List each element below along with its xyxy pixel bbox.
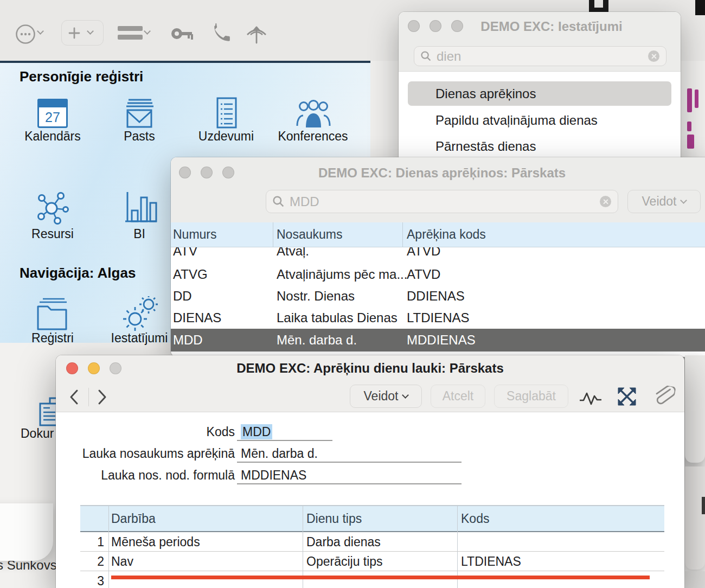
browse-table-rows: ATVAtvaļ.ATVD ATVGAtvaļinājums pēc ma...… — [171, 239, 705, 357]
save-button-label: Saglabāt — [507, 389, 556, 404]
grid-column-dienu-tips[interactable]: Dienu tips — [306, 512, 362, 526]
main-nav-top-border — [0, 61, 370, 63]
field-label-lauka-nos-formula: Lauka nos. nod. formulā — [67, 468, 235, 483]
column-divider[interactable] — [273, 222, 273, 247]
field-underline — [237, 462, 462, 463]
view-options-chevron-icon[interactable] — [145, 31, 150, 34]
screen: Personīgie reģistri 27 Kalendārs Pasts U… — [0, 0, 705, 588]
section-title-navigacija-algas: Navigācija: Algas — [20, 265, 136, 282]
network-icon[interactable] — [35, 191, 70, 226]
background-dark-fragment — [695, 0, 705, 15]
nav-item-uzdevumi[interactable]: Uzdevumi — [183, 129, 270, 144]
record-grid: Darbība Dienu tips Kods 1 Mēneša periods… — [80, 505, 664, 588]
save-button[interactable]: Saglabāt — [494, 385, 568, 408]
more-options-icon[interactable] — [15, 24, 36, 44]
record-create-button[interactable]: Veidot — [350, 385, 422, 408]
cancel-button[interactable]: Atcelt — [431, 385, 485, 408]
gears-icon[interactable] — [121, 296, 158, 331]
browse-table-header: Numurs Nosaukums Aprēķina kods — [171, 222, 705, 247]
row-number: 2 — [80, 552, 104, 571]
column-divider[interactable] — [402, 222, 403, 247]
expand-icon[interactable] — [617, 387, 637, 406]
paperclip-icon[interactable] — [652, 385, 674, 409]
add-chevron-icon — [88, 31, 93, 34]
column-header-numurs[interactable]: Numurs — [173, 227, 217, 242]
more-options-chevron-icon[interactable] — [38, 31, 43, 34]
forward-button[interactable] — [96, 389, 108, 405]
mail-icon[interactable] — [122, 98, 157, 129]
cancel-button-label: Atcelt — [443, 389, 474, 404]
record-window-title: DEMO EXC: Aprēķinu dienu lauki: Pārskats — [56, 361, 684, 376]
background-glyph-fragment — [589, 0, 611, 13]
browse-window-title: DEMO EXC: Dienas aprēķinos: Pārskats — [171, 165, 705, 181]
settings-list-item-label[interactable]: Papildu atvaļinājuma dienas — [435, 113, 598, 128]
add-button[interactable] — [61, 20, 104, 46]
clear-search-icon[interactable] — [600, 196, 611, 207]
row-number: 1 — [80, 532, 104, 552]
phone-icon[interactable] — [211, 23, 230, 44]
activity-icon[interactable] — [578, 389, 603, 407]
bar-chart-icon[interactable] — [123, 191, 159, 226]
magenta-fragment — [695, 90, 698, 108]
field-value-lauka-nosaukums[interactable]: Mēn. darba d. — [241, 446, 318, 461]
magenta-fragment — [687, 135, 694, 149]
grid-header: Darbība Dienu tips Kods — [80, 506, 664, 532]
nav-item-konferences[interactable]: Konferences — [270, 129, 356, 144]
row-number: 3 — [80, 571, 104, 588]
browse-search-value: MDD — [290, 194, 319, 209]
field-value-kods[interactable]: MDD — [241, 425, 272, 439]
clear-search-icon[interactable] — [648, 50, 659, 62]
tasks-icon[interactable] — [211, 97, 241, 129]
section-title-personal-registers: Personīgie reģistri — [20, 68, 143, 85]
folder-icon[interactable] — [34, 297, 70, 331]
record-window: DEMO EXC: Aprēķinu dienu lauki: Pārskats… — [56, 355, 684, 588]
nav-item-pasts[interactable]: Pasts — [96, 129, 183, 144]
window-edge-fragment — [685, 571, 705, 588]
settings-list-item-label[interactable]: Pārnestās dienas — [435, 139, 536, 154]
insertion-line — [111, 576, 650, 579]
selected-text: MDD — [241, 424, 272, 439]
table-row-selected[interactable]: MDDMēn. darba d.MDDIENAS — [171, 329, 705, 351]
nav-item-kalendars[interactable]: Kalendārs — [9, 129, 96, 144]
browse-window: DEMO EXC: Dienas aprēķinos: Pārskats MDD… — [171, 157, 705, 357]
create-button-label: Veidot — [364, 389, 399, 404]
key-icon[interactable] — [171, 25, 194, 42]
table-row[interactable]: DIENASLaika tabulas DienasLTDIENAS — [171, 307, 705, 329]
search-icon — [421, 51, 431, 61]
nav-item-bi[interactable]: BI — [96, 227, 183, 241]
view-options-icon[interactable] — [118, 26, 143, 41]
nav-item-registri[interactable]: Reģistri — [9, 331, 96, 346]
table-row[interactable]: DDNostr. DienasDDIENAS — [171, 285, 705, 307]
settings-list-item-label[interactable]: Dienas aprēķinos — [435, 86, 536, 101]
column-header-nosaukums[interactable]: Nosaukums — [277, 227, 342, 242]
window-corner-fragment — [0, 503, 53, 561]
grid-row[interactable]: 1 Mēneša periods Darba dienas — [80, 532, 664, 552]
back-button[interactable] — [68, 389, 80, 405]
magenta-fragment — [687, 122, 691, 131]
broadcast-icon[interactable] — [245, 24, 268, 45]
grid-column-kods[interactable]: Kods — [461, 512, 489, 526]
browse-create-button[interactable]: Veidot — [627, 190, 701, 213]
field-underline — [237, 440, 332, 441]
window-edge-fragment — [685, 355, 705, 463]
settings-search-value: dien — [437, 49, 461, 64]
grid-row[interactable]: 3 — [80, 571, 664, 588]
window-edge-fragment — [685, 466, 705, 570]
nav-item-iestatijumi[interactable]: Iestatījumi — [96, 331, 183, 346]
grid-column-darbiba[interactable]: Darbība — [111, 512, 156, 526]
search-icon — [273, 196, 284, 207]
people-icon[interactable] — [296, 98, 331, 129]
table-row[interactable]: ATVGAtvaļinājums pēc ma...ATVD — [171, 264, 705, 285]
calendar-day-number: 27 — [36, 110, 69, 125]
grid-row[interactable]: 2 Nav Operāciju tips LTDIENAS — [80, 552, 664, 571]
browse-search-input[interactable]: MDD — [266, 190, 618, 213]
field-value-lauka-nos-formula[interactable]: MDDIENAS — [241, 468, 306, 483]
calendar-icon[interactable]: 27 — [36, 98, 69, 129]
nav-item-resursi[interactable]: Resursi — [9, 227, 96, 241]
field-underline — [237, 483, 462, 484]
field-label-kods: Kods — [67, 425, 235, 439]
settings-search-input[interactable]: dien — [414, 46, 666, 66]
background-dark-fragment — [702, 497, 705, 514]
toolbar-divider — [88, 388, 89, 406]
column-header-aprekina-kods[interactable]: Aprēķina kods — [407, 227, 486, 242]
